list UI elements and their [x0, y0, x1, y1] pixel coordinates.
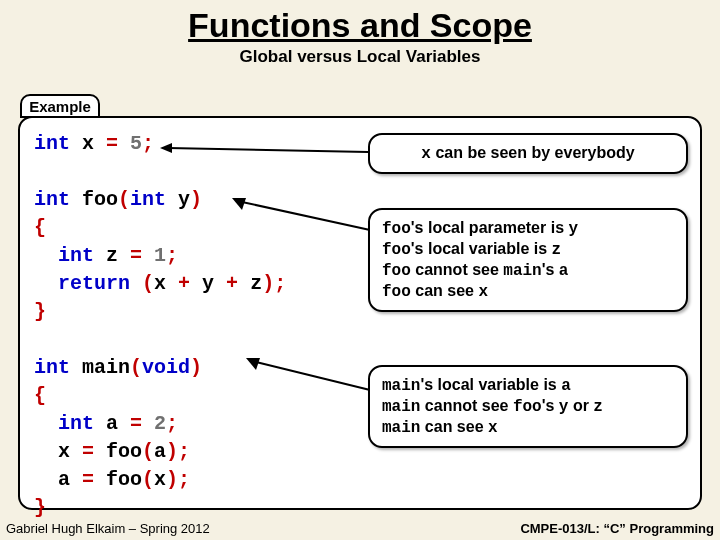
arrow-2	[232, 196, 372, 236]
code-box: int x = 5; int foo(int y) { int z = 1; r…	[18, 116, 702, 510]
footer-author: Gabriel Hugh Elkaim – Spring 2012	[6, 521, 210, 536]
svg-line-2	[242, 202, 370, 230]
callout-foo: foo's local parameter is y foo's local v…	[368, 208, 688, 312]
example-tab: Example	[20, 94, 100, 118]
callout-global-x: x can be seen by everybody	[368, 133, 688, 174]
footer-course: CMPE-013/L: “C” Programming	[520, 521, 714, 536]
svg-marker-3	[232, 198, 246, 210]
code-block: int x = 5; int foo(int y) { int z = 1; r…	[34, 130, 286, 522]
arrow-1	[160, 140, 370, 160]
page-title: Functions and Scope	[0, 0, 720, 45]
arrow-3	[246, 356, 372, 396]
svg-line-4	[256, 362, 370, 390]
svg-marker-5	[246, 358, 260, 370]
svg-marker-1	[160, 143, 172, 153]
page-subtitle: Global versus Local Variables	[0, 47, 720, 67]
svg-line-0	[168, 148, 368, 152]
callout-main: main's local variable is a main cannot s…	[368, 365, 688, 448]
